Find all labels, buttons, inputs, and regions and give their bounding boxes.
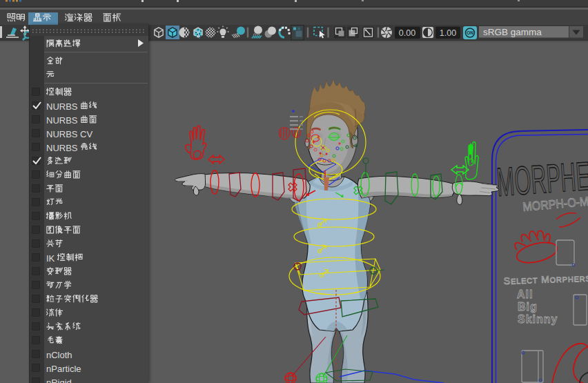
svg-text:ON: ON <box>467 30 473 35</box>
svg-text:Skinny: Skinny <box>518 313 558 325</box>
svg-text:All: All <box>517 288 533 300</box>
svg-text:Big: Big <box>518 301 538 313</box>
svg-text:nParticle: nParticle <box>46 364 81 374</box>
svg-text:nCloth: nCloth <box>46 350 72 360</box>
svg-text:1.00: 1.00 <box>440 28 456 38</box>
svg-text:nRigid: nRigid <box>46 377 72 383</box>
svg-text:sRGB gamma: sRGB gamma <box>483 27 542 37</box>
svg-text:NURBS: NURBS <box>46 143 78 153</box>
svg-text:NURBS: NURBS <box>46 101 78 112</box>
svg-text:NURBS: NURBS <box>46 115 78 126</box>
svg-text:NURBS CV: NURBS CV <box>46 129 93 139</box>
svg-text:IK: IK <box>46 253 55 264</box>
svg-text:0.00: 0.00 <box>399 28 415 38</box>
